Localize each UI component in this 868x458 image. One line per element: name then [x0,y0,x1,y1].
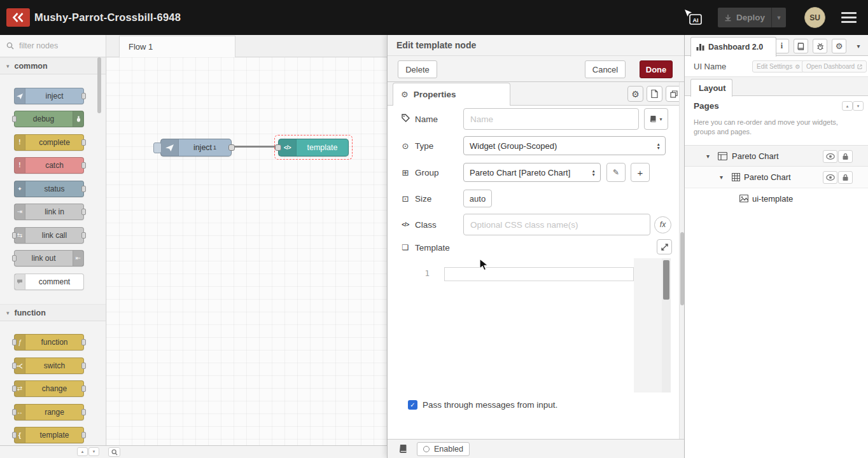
open-dashboard-button[interactable]: Open Dashboard [802,60,867,73]
visibility-button[interactable] [823,171,837,184]
palette-node-link-call[interactable]: ⇆ link call [14,227,84,244]
class-input[interactable] [463,214,650,235]
palette-node-range[interactable]: ↔ range [14,404,84,420]
palette-node-function[interactable]: ƒ function [14,334,84,350]
node-red-logo-icon[interactable] [6,8,30,27]
palette-scrollbar[interactable] [97,57,101,113]
field-row-group: ⊞ Group Pareto Chart [Pareto Chart] ▲▼ ✎… [400,163,680,182]
passthrough-checkbox[interactable]: ✓ [408,400,417,410]
palette-node-label: inject [25,88,83,104]
canvas-node-template[interactable]: </> template [278,139,349,156]
group-select[interactable]: Pareto Chart [Pareto Chart] ▲▼ [463,163,601,182]
search-flows-button[interactable] [108,447,120,457]
user-avatar[interactable]: SU [804,7,825,28]
output-port[interactable] [228,144,235,151]
chevron-down-icon: ▾ [857,43,860,50]
lock-button[interactable] [838,150,853,163]
palette-category-common[interactable]: ▾ common [0,57,106,74]
fx-button[interactable]: fx [654,216,671,233]
code-editor[interactable]: 1 [403,258,671,392]
input-port [12,432,17,438]
input-port[interactable] [275,144,281,151]
docs-button[interactable] [794,39,808,53]
move-up-button[interactable]: ▴ [842,101,853,111]
visibility-button[interactable] [823,150,837,163]
layout-tab-label: Layout [699,83,726,93]
palette-collapse-button[interactable]: ▴ [77,447,88,456]
size-button[interactable]: auto [463,190,492,207]
palette-node-change[interactable]: ⇄ change [14,380,84,397]
settings-button[interactable]: ⚙ [832,39,846,53]
chevron-down-icon[interactable]: ▾ [706,153,710,160]
wire[interactable] [233,146,276,148]
node-red-app: Mushy-Parrot-Crossbill-6948 AI Deploy ▼ … [0,0,868,458]
sidebar-tab-label: Dashboard 2.0 [708,43,763,52]
done-button[interactable]: Done [640,60,673,78]
palette-node-switch[interactable]: switch [14,357,84,374]
tree-item-page[interactable]: ▾ Pareto Chart [685,145,868,167]
tab-flow-1[interactable]: Flow 1 [119,36,235,57]
library-button[interactable]: ▾ [644,108,668,130]
pages-help-text: Here you can re-order and move your widg… [694,118,854,137]
description-pane-button[interactable] [647,86,662,102]
hamburger-menu-icon[interactable] [841,12,857,23]
palette-expand-button[interactable]: ▾ [88,447,99,456]
edit-properties-pane-button[interactable]: ⚙ [627,86,643,102]
palette-node-status[interactable]: ✦ status [14,181,84,197]
deploy-button[interactable]: Deploy ▼ [718,8,786,27]
output-port [81,339,86,345]
tree-item-group[interactable]: ▾ Pareto Chart [685,167,868,188]
palette-node-catch[interactable]: ! catch [14,157,84,174]
tab-dashboard[interactable]: Dashboard 2.0 [690,37,776,57]
link-out-icon: ⇤ [73,251,83,266]
palette-node-label: catch [25,158,83,173]
palette-node-complete[interactable]: ! complete [14,134,84,151]
add-group-button[interactable]: + [631,163,650,182]
code-icon: </> [400,221,410,228]
expand-editor-button[interactable] [657,239,672,254]
canvas-grid[interactable]: inject 1 </> template [106,57,387,445]
delete-button[interactable]: Delete [398,60,437,78]
palette-node-comment[interactable]: comment [14,274,84,290]
cancel-button[interactable]: Cancel [585,60,626,78]
tray-scrollbar-thumb[interactable] [680,232,684,305]
edit-group-button[interactable]: ✎ [606,163,626,182]
editor-scrollbar[interactable] [662,258,671,392]
tab-properties[interactable]: ⚙ Properties [393,83,510,106]
enabled-toggle-button[interactable]: Enabled [417,442,470,456]
node-label-badge: 1 [213,144,216,151]
deploy-label: Deploy [736,13,765,22]
lock-button[interactable] [838,171,853,184]
tab-layout[interactable]: Layout [690,79,732,97]
node-label: template [307,143,338,152]
palette-search[interactable]: filter nodes [0,35,106,57]
bug-report-button[interactable] [813,39,827,53]
tree-item-widget[interactable]: ui-template [685,188,868,210]
layers-icon [670,90,678,98]
edit-settings-button[interactable]: Edit Settings ⚙ [752,60,804,73]
field-row-name: Name ▾ [400,108,680,130]
flow-canvas[interactable]: Flow 1 inject 1 </> template [106,35,387,445]
tree-item-label: Pareto Chart [732,151,779,161]
palette-node-link-in[interactable]: ⇥ link in [14,204,84,220]
canvas-node-inject[interactable]: inject 1 [160,139,232,156]
sidebar-menu-caret[interactable]: ▾ [851,39,865,53]
node-library-button[interactable] [399,444,407,455]
input-port [12,363,17,369]
info-button[interactable]: i [774,39,789,53]
palette-node-link-out[interactable]: ⇤ link out [14,250,84,267]
chevron-down-icon[interactable]: ▾ [720,174,723,181]
inject-button[interactable] [153,142,162,153]
group-value: Pareto Chart [Pareto Chart] [470,168,570,177]
type-select[interactable]: Widget (Group-Scoped) ▲▼ [463,136,666,155]
palette-category-function[interactable]: ▾ function [0,304,106,321]
name-input[interactable] [463,108,639,130]
editor-scrollbar-thumb[interactable] [663,260,669,300]
deploy-dropdown-icon[interactable]: ▼ [772,15,786,21]
palette-node-template[interactable]: { template [14,427,84,443]
move-down-button[interactable]: ▾ [853,101,864,111]
ai-assistant-icon[interactable]: AI [682,8,704,27]
palette-node-inject[interactable]: inject [14,88,84,104]
palette-node-debug[interactable]: debug [14,111,84,127]
palette-node-label: debug [15,111,73,127]
